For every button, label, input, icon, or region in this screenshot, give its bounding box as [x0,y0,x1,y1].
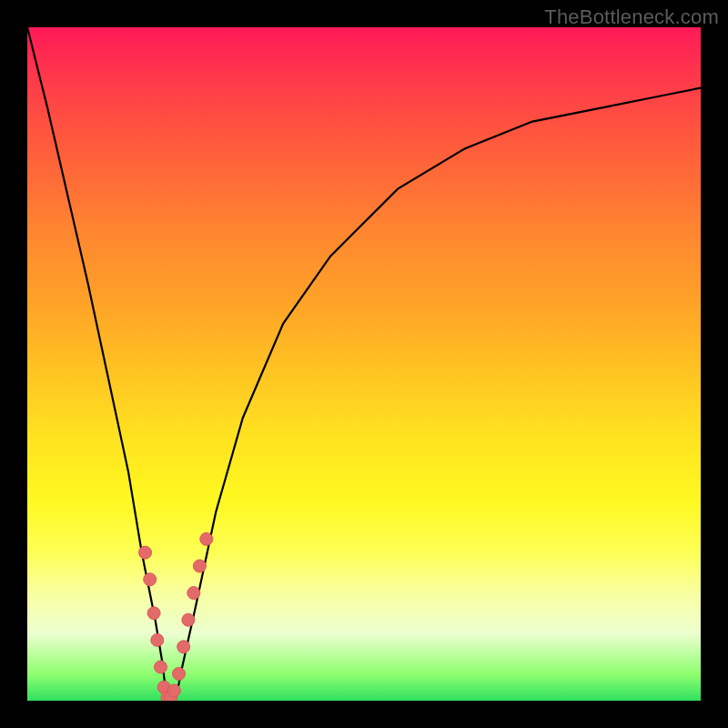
marker-group [139,532,213,701]
chart-frame: TheBottleneck.com [0,0,728,728]
plot-area [27,27,701,701]
curve-marker [151,633,164,646]
curve-marker [187,587,200,600]
curve-marker [167,684,180,697]
curve-marker [193,560,206,572]
curve-marker [144,573,157,586]
watermark-text: TheBottleneck.com [544,5,719,29]
curve-marker [147,607,160,620]
curve-marker [155,661,167,673]
curve-marker [177,641,190,653]
curve-marker [182,613,195,626]
curve-svg [27,27,701,701]
bottleneck-curve [27,27,701,701]
curve-marker [173,667,186,680]
curve-marker [139,546,152,559]
curve-marker [200,532,213,545]
